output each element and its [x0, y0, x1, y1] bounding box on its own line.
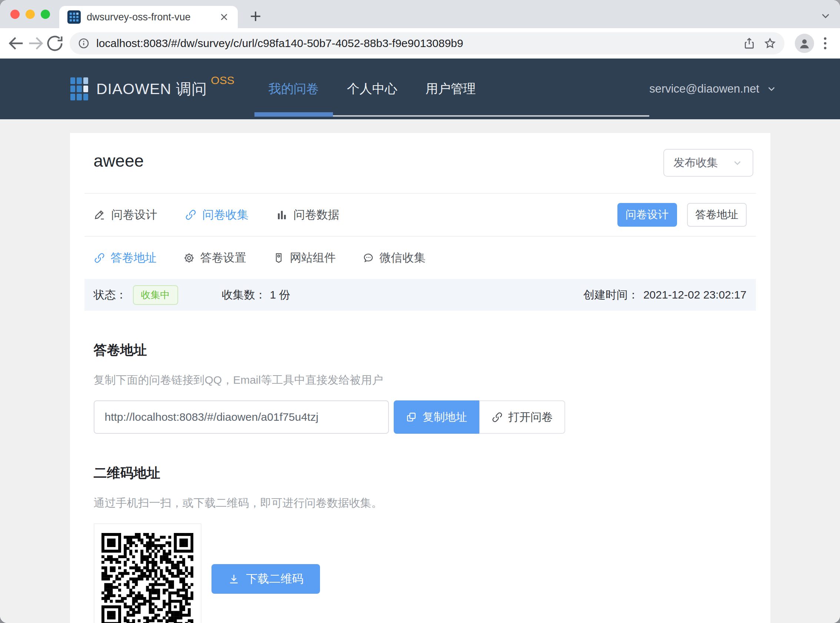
diaowen-logo-icon: [71, 77, 88, 100]
answer-url-description: 复制下面的问卷链接到QQ，Email等工具中直接发给被用户: [94, 373, 746, 388]
qrcode-frame: [94, 523, 201, 623]
forward-button[interactable]: [26, 34, 45, 53]
subtab-label: 答卷地址: [111, 250, 157, 265]
tab-close-icon[interactable]: [219, 11, 230, 23]
close-window-button[interactable]: [11, 10, 20, 19]
share-icon[interactable]: [743, 37, 756, 50]
publish-collect-label: 发布收集: [674, 155, 718, 170]
account-email: service@diaowen.net: [649, 82, 759, 95]
link-icon: [94, 252, 105, 264]
pencil-icon: [94, 209, 106, 221]
answer-url-row: 复制地址 打开问卷: [94, 400, 746, 434]
chevron-down-icon: [766, 83, 777, 94]
tab-survey-collect[interactable]: 问卷收集: [185, 207, 248, 222]
survey-url-input[interactable]: [94, 400, 389, 434]
count-value: 1 份: [270, 288, 290, 301]
copy-address-button[interactable]: 复制地址: [394, 400, 479, 434]
download-icon: [228, 573, 240, 585]
status-badge: 收集中: [133, 285, 178, 305]
qrcode-section: 二维码地址 通过手机扫一扫，或下载二维码，即可进行问卷数据收集。 下载二维码: [94, 464, 746, 623]
publish-collect-dropdown[interactable]: 发布收集: [663, 149, 753, 176]
nav-item-my-surveys[interactable]: 我的问卷: [254, 58, 333, 119]
subtab-label: 网站组件: [290, 250, 336, 265]
brand-badge: OSS: [211, 74, 234, 87]
browser-tab[interactable]: dwsurvey-oss-front-vue: [59, 6, 238, 28]
qrcode-heading: 二维码地址: [94, 464, 746, 482]
bar-chart-icon: [276, 209, 288, 221]
account-menu[interactable]: service@diaowen.net: [649, 58, 777, 119]
created-time: 创建时间：2021-12-02 23:02:17: [583, 287, 746, 302]
tab-title: dwsurvey-oss-front-vue: [87, 11, 219, 23]
nav-label: 用户管理: [426, 80, 476, 97]
profile-avatar[interactable]: [795, 34, 814, 53]
qrcode-description: 通过手机扫一扫，或下载二维码，即可进行问卷数据收集。: [94, 496, 746, 511]
back-button[interactable]: [7, 34, 26, 53]
status-bar: 状态： 收集中 收集数：1 份 创建时间：2021-12-02 23:02:17: [84, 279, 756, 311]
browser-toolbar: localhost:8083/#/dw/survey/c/url/c98fa14…: [0, 28, 840, 58]
collect-count: 收集数：1 份: [222, 287, 290, 302]
brand[interactable]: DIAOWEN 调问 OSS: [71, 58, 235, 119]
browser-menu-icon[interactable]: [817, 35, 833, 52]
new-tab-button[interactable]: [247, 8, 264, 25]
subtab-label: 微信收集: [380, 250, 426, 265]
download-qrcode-label: 下载二维码: [246, 571, 304, 587]
nav-label: 个人中心: [347, 80, 397, 97]
qrcode-row: 下载二维码: [94, 523, 746, 623]
survey-card: aweee 发布收集 问卷设计: [70, 133, 770, 623]
subtab-site-widget[interactable]: 网站组件: [273, 250, 336, 265]
open-survey-label: 打开问卷: [509, 410, 553, 425]
tab-overview-chevron-icon[interactable]: [819, 10, 832, 22]
answer-url-section: 答卷地址 复制下面的问卷链接到QQ，Email等工具中直接发给被用户 复制地址: [94, 341, 746, 434]
download-qrcode-button[interactable]: 下载二维码: [212, 564, 320, 594]
site-info-icon[interactable]: [78, 37, 90, 49]
survey-design-button[interactable]: 问卷设计: [618, 203, 677, 227]
subtab-label: 答卷设置: [200, 250, 246, 265]
link-icon: [185, 209, 197, 221]
chat-bubble-icon: [363, 252, 374, 264]
open-survey-button[interactable]: 打开问卷: [479, 400, 565, 434]
count-label: 收集数：: [222, 288, 266, 301]
collect-subtabs: 答卷地址 答卷设置 网站组件: [94, 237, 746, 279]
url-text: localhost:8083/#/dw/survey/c/url/c98fa14…: [96, 37, 743, 50]
card-header: aweee 发布收集: [94, 133, 746, 193]
created-label: 创建时间：: [583, 288, 639, 301]
copy-address-label: 复制地址: [423, 410, 467, 425]
traffic-lights: [11, 10, 50, 19]
gear-icon: [183, 252, 195, 264]
address-bar[interactable]: localhost:8083/#/dw/survey/c/url/c98fa14…: [70, 32, 785, 54]
nav-item-personal-center[interactable]: 个人中心: [333, 58, 411, 119]
link-icon: [492, 411, 503, 423]
tab-label: 问卷设计: [112, 207, 158, 222]
status-label: 状态：: [94, 287, 127, 302]
subtab-wechat-collect[interactable]: 微信收集: [363, 250, 426, 265]
survey-title: aweee: [94, 151, 746, 171]
bookmark-star-icon[interactable]: [764, 37, 776, 50]
qr-code-image: [101, 533, 193, 623]
nav-label: 我的问卷: [268, 80, 319, 97]
subtab-answer-address[interactable]: 答卷地址: [94, 250, 157, 265]
brand-title: DIAOWEN 调问: [96, 79, 207, 99]
page-background: aweee 发布收集 问卷设计: [0, 119, 840, 623]
tab-survey-design[interactable]: 问卷设计: [94, 207, 158, 222]
tab-survey-data[interactable]: 问卷数据: [276, 207, 340, 222]
created-value: 2021-12-02 23:02:17: [643, 288, 746, 301]
browser-tabstrip: dwsurvey-oss-front-vue: [0, 0, 840, 28]
tab-label: 问卷收集: [202, 207, 248, 222]
browser-window: dwsurvey-oss-front-vue localhost:8083/#/…: [0, 0, 840, 623]
answer-address-button[interactable]: 答卷地址: [687, 203, 746, 227]
tag-icon: [273, 252, 284, 264]
app-header: DIAOWEN 调问 OSS 我的问卷 个人中心 用户管理 service@di…: [0, 58, 840, 119]
chevron-down-icon: [732, 157, 743, 169]
copy-icon: [406, 411, 417, 423]
top-navigation: 我的问卷 个人中心 用户管理: [254, 58, 649, 119]
answer-url-heading: 答卷地址: [94, 341, 746, 359]
reload-button[interactable]: [45, 34, 64, 53]
header-actions: 问卷设计 答卷地址: [618, 203, 746, 227]
zoom-window-button[interactable]: [41, 10, 50, 19]
nav-item-user-management[interactable]: 用户管理: [411, 58, 490, 119]
subtab-answer-settings[interactable]: 答卷设置: [183, 250, 246, 265]
minimize-window-button[interactable]: [26, 10, 35, 19]
tab-label: 问卷数据: [294, 207, 340, 222]
site-favicon: [67, 11, 81, 24]
survey-tabs: 问卷设计 问卷收集 问卷数据 问卷设计 答卷地址: [94, 194, 746, 236]
